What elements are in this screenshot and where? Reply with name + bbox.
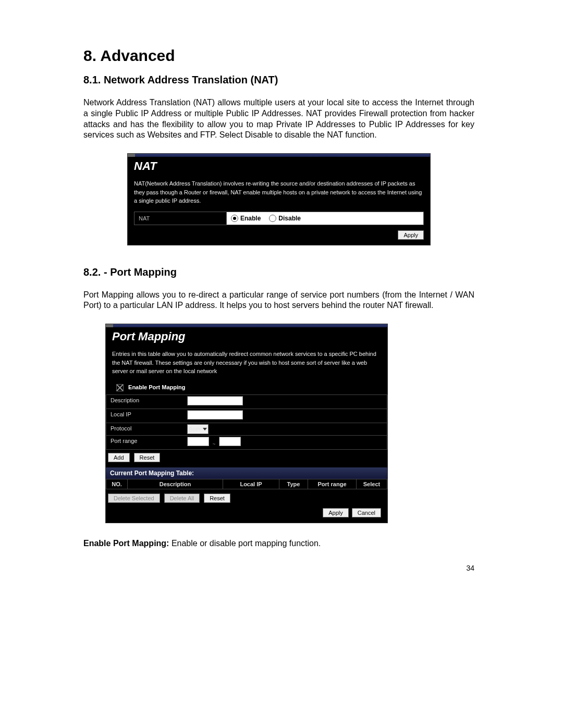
radio-disable-label: Disable — [278, 215, 301, 222]
localip-input[interactable] — [187, 410, 243, 419]
pm-panel-title: Port Mapping — [106, 328, 387, 348]
nat-radio-group: Enable Disable — [227, 212, 423, 225]
nat-panel-title: NAT — [128, 157, 430, 177]
enable-port-mapping-label: Enable Port Mapping — [128, 384, 185, 390]
description-label: Description — [106, 395, 185, 409]
nat-row-label: NAT — [134, 212, 227, 225]
col-localip: Local IP — [223, 479, 279, 489]
delete-all-button[interactable]: Delete All — [164, 493, 200, 503]
protocol-select-value: Both — [189, 426, 201, 433]
field-row-protocol: Protocol Both — [106, 423, 387, 436]
panel-topbar — [128, 154, 430, 157]
section-title-portmapping: 8.2. - Port Mapping — [83, 266, 474, 278]
reset-table-button[interactable]: Reset — [204, 493, 230, 503]
nat-panel-desc: NAT(Network Address Translation) involve… — [128, 177, 430, 212]
protocol-label: Protocol — [106, 423, 185, 436]
range-separator: ~ — [212, 441, 215, 447]
chapter-title: 8. Advanced — [83, 47, 474, 65]
cancel-pm-button[interactable]: Cancel — [352, 508, 381, 517]
portrange-label: Port range — [106, 436, 185, 449]
radio-disable[interactable] — [269, 215, 276, 222]
apply-button[interactable]: Apply — [398, 230, 424, 240]
section-title-nat: 8.1. Network Address Translation (NAT) — [83, 74, 474, 86]
chevron-down-icon — [203, 428, 207, 430]
col-portrange: Port range — [308, 479, 357, 489]
add-button[interactable]: Add — [108, 453, 130, 462]
radio-enable-label: Enable — [240, 215, 261, 222]
section-body-nat: Network Address Translation (NAT) allows… — [83, 97, 474, 141]
portrange-from-input[interactable] — [187, 437, 209, 446]
definition-enable-port-mapping: Enable Port Mapping: Enable or disable p… — [83, 539, 474, 548]
localip-label: Local IP — [106, 409, 185, 423]
field-row-portrange: Port range ~ — [106, 435, 387, 450]
current-table-header: Current Port Mapping Table: — [106, 467, 387, 479]
mapping-table-header-row: NO. Description Local IP Type Port range… — [106, 479, 387, 489]
nat-toggle-row: NAT Enable Disable — [134, 212, 424, 225]
delete-selected-button[interactable]: Delete Selected — [108, 493, 160, 503]
panel-topbar — [106, 324, 387, 328]
col-select: Select — [357, 479, 387, 489]
page-number: 34 — [83, 564, 474, 572]
portrange-to-input[interactable] — [219, 437, 241, 446]
section-body-portmapping: Port Mapping allows you to re-direct a p… — [83, 290, 474, 312]
reset-button[interactable]: Reset — [134, 453, 161, 462]
col-description: Description — [128, 479, 223, 489]
enable-port-mapping-row: Enable Port Mapping — [106, 382, 387, 394]
pm-panel-desc: Entries in this table allow you to autom… — [106, 348, 387, 382]
description-input[interactable] — [187, 396, 243, 405]
enable-port-mapping-checkbox[interactable] — [116, 384, 124, 391]
definition-term: Enable Port Mapping: — [83, 539, 169, 548]
field-row-description: Description — [106, 394, 387, 409]
protocol-select[interactable]: Both — [187, 424, 209, 434]
definition-text: Enable or disable port mapping function. — [169, 539, 321, 548]
col-type: Type — [279, 479, 308, 489]
nat-config-panel: NAT NAT(Network Address Translation) inv… — [127, 153, 431, 245]
field-row-localip: Local IP — [106, 409, 387, 423]
radio-enable[interactable] — [231, 215, 238, 222]
col-no: NO. — [106, 479, 128, 489]
port-mapping-panel: Port Mapping Entries in this table allow… — [105, 324, 388, 523]
apply-pm-button[interactable]: Apply — [323, 508, 349, 517]
